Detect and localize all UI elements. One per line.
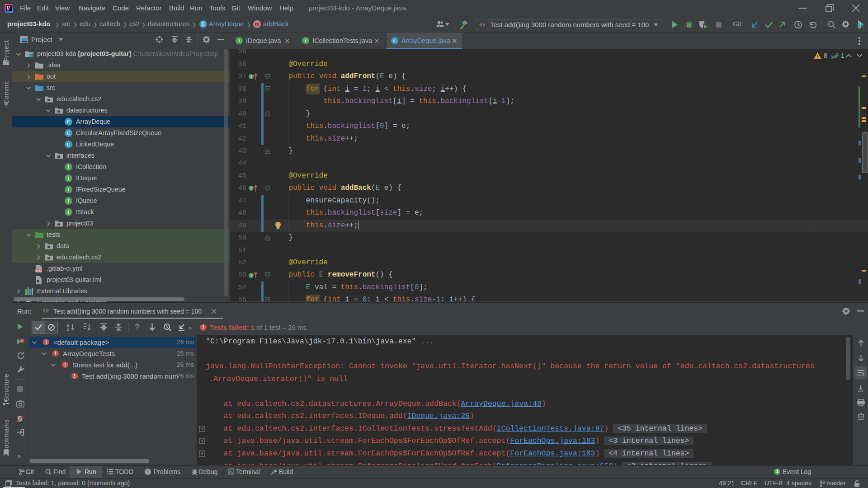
- svg-text:!: !: [21, 339, 23, 343]
- svg-text:z: z: [67, 327, 69, 331]
- svg-text:YML: YML: [36, 269, 42, 272]
